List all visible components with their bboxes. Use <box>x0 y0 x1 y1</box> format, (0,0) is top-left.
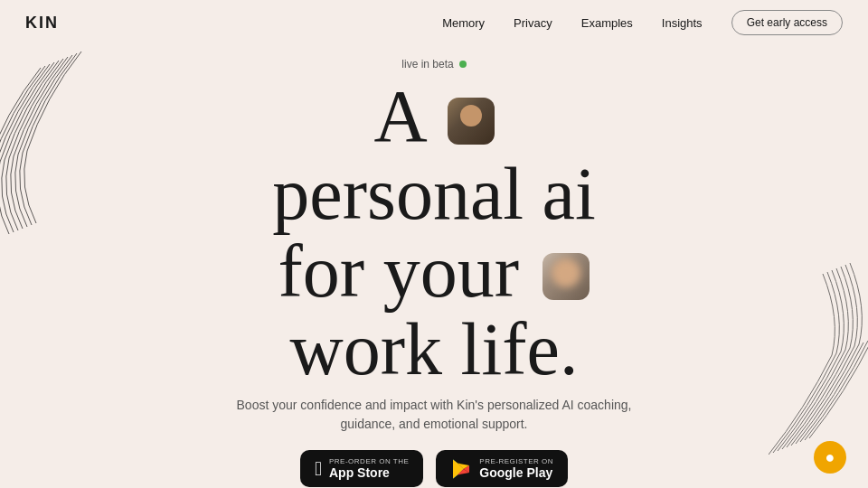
beta-label: live in beta <box>401 58 453 70</box>
app-store-name: App Store <box>329 465 390 480</box>
nav-examples[interactable]: Examples <box>581 16 633 30</box>
get-early-access-button[interactable]: Get early access <box>731 10 843 35</box>
beta-dot <box>459 61 467 68</box>
nav-privacy[interactable]: Privacy <box>514 16 552 30</box>
navbar: KIN Memory Privacy Examples Insights Get… <box>0 0 868 45</box>
headline-line2: personal ai <box>272 155 595 233</box>
google-play-name: Google Play <box>479 465 552 480</box>
app-store-text: Pre-order on the App Store <box>329 457 409 480</box>
app-store-pre-label: Pre-order on the <box>329 457 409 465</box>
subheadline: Boost your confidence and impact with Ki… <box>226 396 642 434</box>
headline-line1: A <box>272 78 595 155</box>
google-play-button[interactable]: PRE-REGISTER ON Google Play <box>436 450 568 487</box>
nav-links: Memory Privacy Examples Insights <box>442 16 702 30</box>
chat-bubble-button[interactable]: ● <box>814 441 846 474</box>
avatar-1 <box>448 98 495 145</box>
cta-buttons:  Pre-order on the App Store PRE-REGISTE… <box>300 450 568 487</box>
headline-wrapper: A personal ai for your work life. <box>272 78 595 389</box>
hero-section: live in beta A personal ai for your work… <box>0 45 868 487</box>
apple-icon:  <box>315 459 322 479</box>
brand-logo: KIN <box>25 14 59 33</box>
beta-badge: live in beta <box>401 58 466 70</box>
headline-line4: work life. <box>272 311 595 389</box>
google-play-text: PRE-REGISTER ON Google Play <box>479 457 553 480</box>
avatar-2 <box>542 253 590 300</box>
google-play-pre-label: PRE-REGISTER ON <box>479 457 553 465</box>
nav-memory[interactable]: Memory <box>442 16 485 30</box>
chat-bubble-icon: ● <box>826 448 835 467</box>
headline-line3: for your <box>272 233 595 311</box>
app-store-button[interactable]:  Pre-order on the App Store <box>300 450 423 487</box>
google-play-icon <box>450 458 472 480</box>
nav-insights[interactable]: Insights <box>662 16 703 30</box>
